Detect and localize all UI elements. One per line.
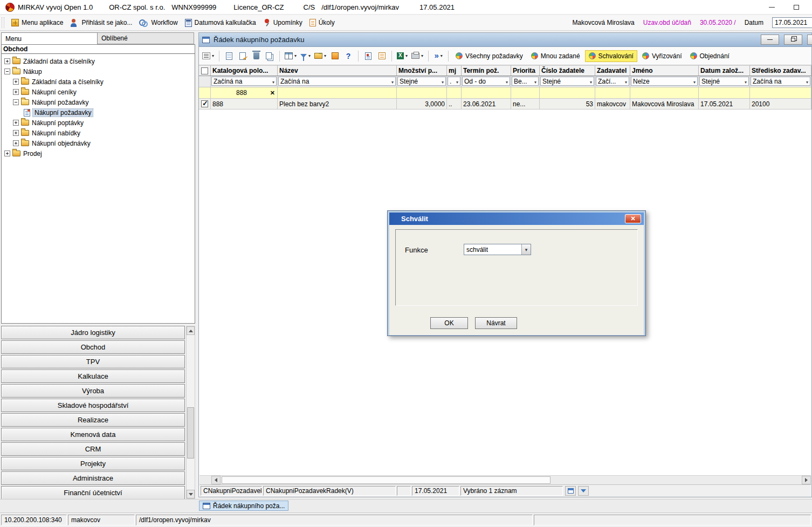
dialog-close-button[interactable] [625,214,641,223]
column-header-cislo-zadatele[interactable]: Číslo žadatele [540,65,595,76]
reminders-button[interactable]: Upomínky [263,19,302,27]
tree-item-nakup[interactable]: Nákup [2,66,195,77]
module-scrollbar[interactable] [186,326,195,499]
module-skladove-hospodarstvi[interactable]: Skladové hospodářství [1,399,185,412]
date-calculator-button[interactable]: Datumová kalkulačka [185,19,256,27]
chevron-down-icon[interactable] [521,244,531,255]
new-record-button[interactable] [223,50,235,63]
module-obchod[interactable]: Obchod [1,340,185,354]
module-tpv[interactable]: TPV [1,355,185,368]
scroll-down-icon[interactable] [187,490,195,498]
filter-op-nazev[interactable]: Začíná na [278,77,396,86]
export-button[interactable] [313,50,327,63]
column-header-jmeno[interactable]: Jméno [630,65,699,76]
ok-button[interactable]: OK [430,317,468,329]
status-filter-button[interactable] [578,486,589,496]
filter-op-datum[interactable]: Stejné [699,77,749,86]
table-row[interactable]: 888 Plech bez barvy2 3,0000 .. 23.06.202… [199,99,811,109]
tasks-button[interactable]: Úkoly [309,19,335,26]
collapse-icon[interactable] [4,69,10,74]
filter-value-input[interactable] [750,87,811,99]
expand-icon[interactable] [4,58,10,64]
column-header-mj[interactable]: mj [447,65,462,76]
module-projekty[interactable]: Projekty [1,457,185,470]
expand-icon[interactable] [13,79,19,85]
column-header-mnozstvi[interactable]: Množství p... [397,65,447,76]
workflow-button[interactable]: Workflow [139,19,177,27]
tree-item-nakupni-pozadavky-leaf[interactable]: Nákupní požadavky [2,107,195,118]
module-kalkulace[interactable]: Kalkulace [1,369,185,383]
row-menu-button[interactable] [201,50,215,63]
tab-favorites[interactable]: Oblíbené [98,32,194,44]
panel-minimize-button[interactable] [761,35,779,45]
filter-button[interactable] [299,50,312,63]
expand-icon[interactable] [13,140,19,146]
expand-icon[interactable] [4,150,10,156]
filter-op-jmeno[interactable]: Nelze [631,77,698,86]
cancel-button[interactable]: Návrat [475,317,517,329]
filter-op-cislo-zadatele[interactable]: Stejné [540,77,594,86]
column-header-nazev[interactable]: Název [278,65,397,76]
column-header-stredisko[interactable]: Středisko zadav... [750,65,811,76]
date-input[interactable]: 17.05.2021 [772,17,812,28]
more-actions-button[interactable] [432,50,444,63]
filter-op-katalogova[interactable]: Začíná na [211,77,277,86]
tree-item-zakladni-data[interactable]: Základní data a číselníky [2,56,195,66]
expand-icon[interactable] [13,120,19,126]
module-crm[interactable]: CRM [1,442,185,456]
tree-item-prodej[interactable]: Prodej [2,148,195,159]
column-header-katalogova[interactable]: Katalogová polo... [211,65,278,76]
columns-button[interactable] [284,50,298,63]
scrollbar-thumb[interactable] [187,407,194,458]
delete-record-button[interactable] [250,50,262,63]
tab-menu[interactable]: Menu [1,32,98,44]
filter-value-input[interactable] [540,87,595,99]
expand-icon[interactable] [13,89,19,95]
column-header-termin[interactable]: Termín pož. [462,65,511,76]
print-button[interactable] [410,50,424,63]
help-button[interactable] [342,50,354,63]
filter-op-mj[interactable]: . [448,77,460,86]
module-administrace[interactable]: Administrace [1,471,185,485]
filter-value-input[interactable] [397,87,447,99]
scroll-left-icon[interactable] [211,476,221,484]
maximize-button[interactable] [784,0,809,15]
filter-op-stredisko[interactable]: Začíná na [751,77,810,86]
tree-item-nakupni-nabidky[interactable]: Nákupní nabídky [2,128,195,138]
column-header-priorita[interactable]: Priorita [511,65,540,76]
excel-export-button[interactable] [396,50,409,63]
module-realizace[interactable]: Realizace [1,413,185,427]
filter-value-input[interactable] [447,87,462,99]
login-as-button[interactable]: Přihlásit se jako... [70,19,132,27]
minimize-button[interactable] [759,0,784,15]
filter-value-input[interactable] [630,87,699,99]
menu-aplikace-button[interactable]: Menu aplikace [11,19,63,26]
column-header-datum[interactable]: Datum založ... [699,65,750,76]
scrollbar-thumb[interactable] [222,476,550,484]
view-processing-button[interactable]: Vyřizování [639,51,685,61]
edit-record-button[interactable] [237,50,249,63]
scroll-up-icon[interactable] [187,326,195,335]
tree-item-nakupni-pozadavky-folder[interactable]: Nákupní požadavky [2,97,195,107]
view-approval-button[interactable]: Schvalování [585,50,637,62]
module-vyroba[interactable]: Výroba [1,384,185,398]
filter-op-termin[interactable]: Od - do [462,77,510,86]
collapse-icon[interactable] [13,99,19,105]
select-all-cell[interactable] [199,65,211,76]
filter-value-katalogova[interactable]: 888 [211,87,278,99]
view-my-entries-button[interactable]: Mnou zadané [528,51,583,61]
filter-value-input[interactable] [511,87,540,99]
list-view-button[interactable] [376,50,388,63]
column-header-zadavatel[interactable]: Zadavatel [595,65,630,76]
row-checkbox[interactable] [201,100,208,107]
view-ordering-button[interactable]: Objednání [687,51,733,61]
filter-value-input[interactable] [595,87,630,99]
batch-button[interactable] [329,50,341,63]
filter-op-mnozstvi[interactable]: Stejné [397,77,446,86]
status-grid-button[interactable] [565,486,576,496]
tree-item-nakupni-poptavky[interactable]: Nákupní poptávky [2,118,195,128]
filter-value-input[interactable] [699,87,750,99]
view-all-requests-button[interactable]: Všechny požadavky [452,51,526,61]
filter-op-priorita[interactable]: Be... [512,77,539,86]
module-financni-ucetnictvi[interactable]: Finanční účetnictví [1,486,185,499]
